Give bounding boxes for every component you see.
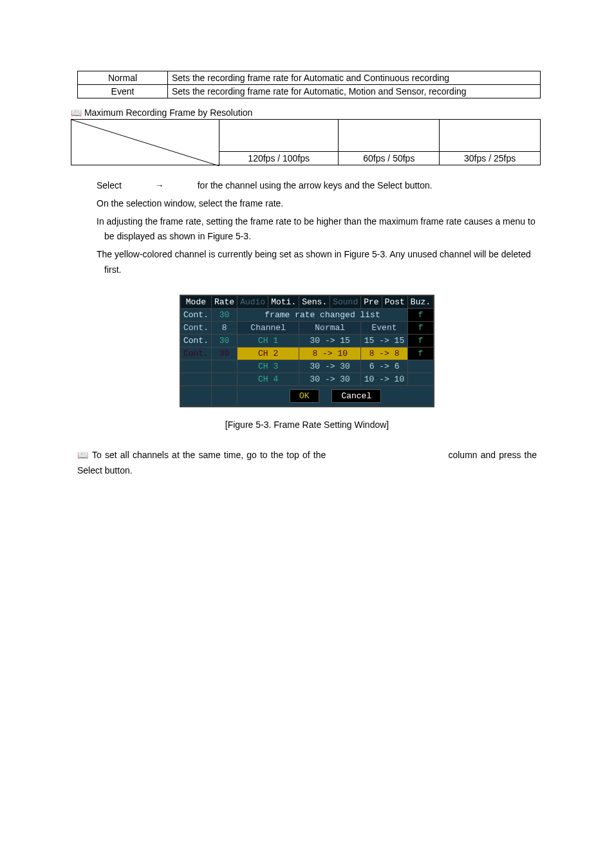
rate-cell: 30	[211, 334, 237, 347]
mode-cell: Cont.	[180, 334, 211, 347]
mode-cell	[180, 373, 211, 385]
rate-cell	[211, 373, 237, 385]
mode-cell: Cont.	[180, 347, 211, 360]
svg-line-0	[71, 120, 219, 166]
table-recording-modes: Normal Sets the recording frame rate for…	[77, 71, 541, 98]
figure-row: CH 3 30 -> 30 6 -> 6	[180, 360, 433, 373]
col-header: Moti.	[268, 295, 299, 308]
footer-text: 📖 To set all channels at the same time, …	[77, 448, 537, 479]
col-header: Sound	[330, 295, 361, 308]
normal-cell: 30 -> 15	[299, 334, 361, 347]
figure-caption: [Figure 5-3. Frame Rate Setting Window]	[51, 420, 563, 430]
header-cell	[339, 120, 440, 152]
col-header: Sens.	[299, 295, 330, 308]
cell-desc: Sets the recording frame rate for Automa…	[168, 71, 541, 85]
side-marker: f	[407, 347, 433, 360]
rate-cell	[211, 360, 237, 373]
section-heading: 📖 Maximum Recording Frame by Resolution	[71, 107, 563, 118]
header-cell	[440, 120, 541, 152]
rate-cell: 8	[211, 321, 237, 334]
popup-title: frame rate changed list	[237, 308, 408, 321]
mode-cell	[180, 360, 211, 373]
figure-row: CH 4 30 -> 30 10 -> 10	[180, 373, 433, 385]
normal-cell: 8 -> 10	[299, 347, 361, 360]
mode-cell: Cont.	[180, 308, 211, 321]
table-row: Normal Sets the recording frame rate for…	[78, 71, 541, 85]
channel-cell: CH 3	[237, 360, 299, 373]
subheader-cell: Event	[361, 321, 408, 334]
diagonal-line-icon	[71, 120, 219, 166]
figure-row: Cont. 30 frame rate changed list f	[180, 308, 433, 321]
col-header: Pre	[361, 295, 382, 308]
event-cell: 15 -> 15	[361, 334, 408, 347]
figure-header-row: Mode Rate Audio Moti. Sens. Sound Pre Po…	[180, 295, 433, 308]
figure-subheader-row: Cont. 8 Channel Normal Event f	[180, 321, 433, 334]
event-cell: 8 -> 8	[361, 347, 408, 360]
event-cell: 10 -> 10	[361, 373, 408, 385]
figure-row-highlighted: Cont. 30 CH 2 8 -> 10 8 -> 8 f	[180, 347, 433, 360]
rate-cell: 30	[211, 347, 237, 360]
cell: 30fps / 25fps	[440, 152, 541, 165]
col-header: Buz.	[407, 295, 433, 308]
cell: 60fps / 50fps	[339, 152, 440, 165]
event-cell: 6 -> 6	[361, 360, 408, 373]
side-cell	[407, 360, 433, 373]
figure-button-row: OK Cancel	[180, 385, 433, 406]
col-header: Mode	[180, 295, 211, 308]
paragraph: In adjusting the frame rate, setting the…	[97, 214, 547, 245]
side-marker: f	[407, 321, 433, 334]
side-marker: f	[407, 334, 433, 347]
cell-desc: Sets the recording frame rate for Automa…	[168, 85, 541, 98]
book-icon: 📖	[77, 450, 89, 460]
col-header: Audio	[237, 295, 268, 308]
cell-label: Event	[78, 85, 168, 98]
normal-cell: 30 -> 30	[299, 360, 361, 373]
empty-cell	[180, 385, 211, 406]
cell: 120fps / 100fps	[219, 152, 339, 165]
table-header-row	[71, 120, 541, 152]
table-row: Event Sets the recording frame rate for …	[78, 85, 541, 98]
mode-cell: Cont.	[180, 321, 211, 334]
diagonal-header-cell	[71, 120, 219, 165]
arrow-icon: →	[124, 178, 195, 194]
body-text: Select → for the channel using the arrow…	[97, 178, 547, 278]
paragraph: The yellow-colored channel is currently …	[97, 247, 547, 278]
header-cell	[219, 120, 339, 152]
normal-cell: 30 -> 30	[299, 373, 361, 385]
col-header: Rate	[211, 295, 237, 308]
text: Select	[97, 180, 122, 190]
side-cell	[407, 373, 433, 385]
figure-frame-rate-window: Mode Rate Audio Moti. Sens. Sound Pre Po…	[180, 295, 434, 407]
subheader-cell: Channel	[237, 321, 299, 334]
rate-cell: 30	[211, 308, 237, 321]
paragraph: Select → for the channel using the arrow…	[97, 178, 547, 194]
col-header: Post	[382, 295, 407, 308]
subheader-cell: Normal	[299, 321, 361, 334]
button-container: OK Cancel	[237, 385, 434, 406]
channel-cell: CH 4	[237, 373, 299, 385]
ok-button[interactable]: OK	[290, 389, 319, 403]
figure-row: Cont. 30 CH 1 30 -> 15 15 -> 15 f	[180, 334, 433, 347]
table-frame-resolution: 120fps / 100fps 60fps / 50fps 30fps / 25…	[71, 119, 541, 165]
channel-cell: CH 1	[237, 334, 299, 347]
side-marker: f	[407, 308, 433, 321]
cell-label: Normal	[78, 71, 168, 85]
cancel-button[interactable]: Cancel	[331, 389, 381, 403]
paragraph: On the selection window, select the fram…	[97, 196, 547, 212]
empty-cell	[211, 385, 237, 406]
text: for the channel using the arrow keys and…	[198, 180, 433, 190]
channel-cell: CH 2	[237, 347, 299, 360]
text: To set all channels at the same time, go…	[89, 450, 329, 460]
